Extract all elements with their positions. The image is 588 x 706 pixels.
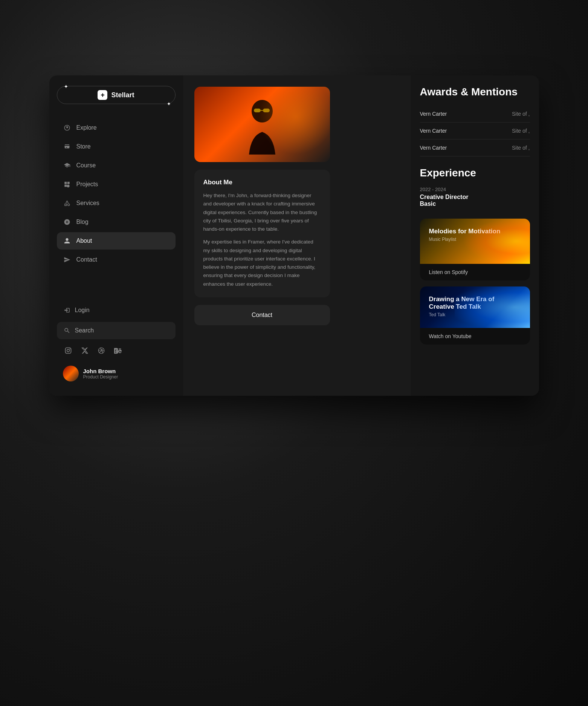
behance-icon[interactable] [113,345,123,356]
ted-card-bg: Drawing a New Era of Creative Ted Talk T… [420,286,530,328]
user-info: John Brown Product Designer [83,368,118,380]
logo-icon [98,90,107,100]
nav-label-contact: Contact [76,256,97,263]
nav-item-explore[interactable]: Explore [57,119,176,136]
experience-section: Experience 2022 - 2024 Creative Director… [420,167,530,207]
exp-title: Creative Director Basic [420,194,530,207]
ted-subtitle: Ted Talk [429,312,521,317]
user-name: John Brown [83,368,118,374]
login-button[interactable]: Login [57,302,176,319]
nav-item-course[interactable]: Course [57,157,176,174]
awards-title: Awards & Mentions [420,86,530,98]
award-item-3: Vern Carter Site of , [420,139,530,156]
award-name-3: Vern Carter [420,145,447,151]
award-item-1: Vern Carter Site of , [420,106,530,123]
music-subtitle: Music Playlist [429,237,521,242]
social-row [57,342,176,359]
nav-label-course: Course [76,162,96,169]
sidebar-bottom: Login Search [57,302,176,385]
awards-list: Vern Carter Site of , Vern Carter Site o… [420,106,530,156]
svg-rect-1 [254,109,261,112]
profile-image-card [194,87,330,162]
dribbble-icon[interactable] [96,345,107,356]
contact-button[interactable]: Contact [194,305,330,325]
sidebar: ✦ Stellart ✦ Explore Store [49,75,183,396]
profile-silhouette [194,87,330,162]
award-site-2: Site of , [512,128,530,134]
ted-card: Drawing a New Era of Creative Ted Talk T… [420,286,530,345]
services-icon [63,199,71,207]
nav-item-services[interactable]: Services [57,194,176,212]
about-paragraph-2: My expertise lies in Framer, where I've … [203,238,321,288]
exp-year: 2022 - 2024 [420,187,530,192]
store-icon [63,142,71,151]
music-title: Melodies for Motivation [429,228,521,235]
music-action[interactable]: Listen on Spotify [420,264,530,280]
course-icon [63,161,71,170]
logo-label: Stellart [111,91,134,99]
compass-icon [63,124,71,132]
logo-button[interactable]: ✦ Stellart ✦ [57,86,176,104]
music-card-bg: Melodies for Motivation Music Playlist [420,219,530,264]
right-panel: Awards & Mentions Vern Carter Site of , … [411,75,539,396]
x-icon[interactable] [79,345,90,356]
award-site-3: Site of , [512,145,530,151]
svg-rect-2 [263,109,270,112]
nav-section: Explore Store Course Projects [57,119,176,294]
app-container: ✦ Stellart ✦ Explore Store [49,75,539,396]
nav-item-store[interactable]: Store [57,138,176,155]
nav-label-projects: Projects [76,181,98,188]
nav-item-contact[interactable]: Contact [57,251,176,268]
login-label: Login [75,307,90,314]
search-button[interactable]: Search [57,322,176,339]
contact-icon [63,256,71,264]
login-icon [63,306,71,314]
award-site-1: Site of , [512,111,530,117]
nav-label-store: Store [76,143,91,150]
award-item-2: Vern Carter Site of , [420,123,530,139]
about-icon [63,237,71,245]
award-name-1: Vern Carter [420,111,447,117]
nav-label-services: Services [76,200,99,207]
main-content: About Me Hey there, I'm John, a forward-… [183,75,411,396]
avatar [63,366,79,381]
spark-decoration-tl: ✦ [64,84,68,89]
award-name-2: Vern Carter [420,128,447,134]
search-label: Search [75,327,94,334]
user-profile-row: John Brown Product Designer [57,362,176,385]
spark-decoration-br: ✦ [167,101,171,107]
nav-label-blog: Blog [76,219,89,225]
nav-label-about: About [76,237,92,244]
about-card: About Me Hey there, I'm John, a forward-… [194,170,330,297]
nav-item-about[interactable]: About [57,232,176,250]
ted-action[interactable]: Watch on Youtube [420,328,530,345]
about-title: About Me [203,179,321,186]
about-paragraph-1: Hey there, I'm John, a forward-thinking … [203,191,321,233]
projects-icon [63,180,71,188]
search-icon [63,326,71,335]
nav-label-explore: Explore [76,124,97,131]
music-card: Melodies for Motivation Music Playlist L… [420,219,530,280]
nav-item-projects[interactable]: Projects [57,176,176,193]
blog-icon [63,218,71,226]
nav-item-blog[interactable]: Blog [57,213,176,231]
user-role: Product Designer [83,374,118,380]
ted-title: Drawing a New Era of Creative Ted Talk [429,296,521,311]
experience-title: Experience [420,167,530,179]
instagram-icon[interactable] [63,345,73,356]
about-text: Hey there, I'm John, a forward-thinking … [203,191,321,288]
